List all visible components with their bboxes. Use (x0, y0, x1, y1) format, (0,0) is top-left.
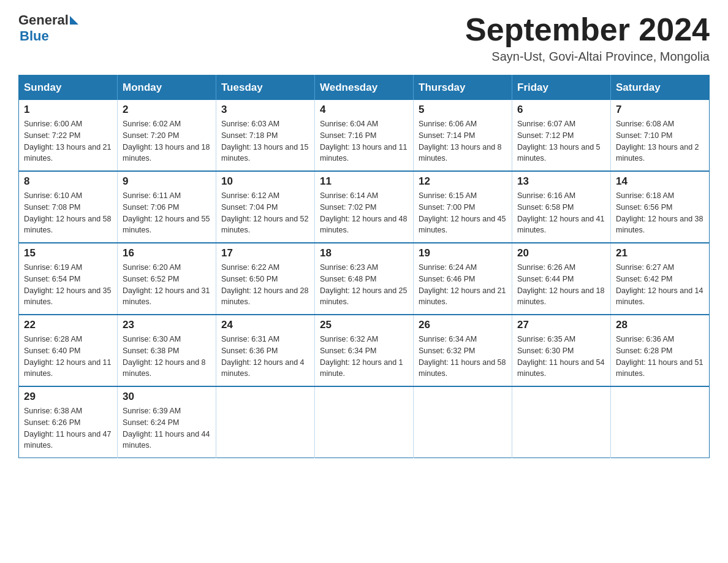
calendar-cell: 25Sunrise: 6:32 AMSunset: 6:34 PMDayligh… (315, 315, 414, 386)
calendar-header-wednesday: Wednesday (315, 75, 414, 101)
day-number: 18 (320, 247, 408, 259)
day-number: 13 (517, 175, 605, 188)
calendar-cell: 7Sunrise: 6:08 AMSunset: 7:10 PMDaylight… (611, 100, 710, 171)
calendar-cell: 21Sunrise: 6:27 AMSunset: 6:42 PMDayligh… (611, 243, 710, 315)
calendar-cell: 30Sunrise: 6:39 AMSunset: 6:24 PMDayligh… (118, 386, 216, 458)
day-number: 12 (419, 175, 507, 188)
calendar-week-row: 1Sunrise: 6:00 AMSunset: 7:22 PMDaylight… (19, 100, 710, 171)
day-info: Sunrise: 6:00 AMSunset: 7:22 PMDaylight:… (24, 118, 112, 164)
calendar-cell: 9Sunrise: 6:11 AMSunset: 7:06 PMDaylight… (118, 171, 216, 243)
month-title: September 2024 (465, 12, 710, 47)
day-number: 21 (616, 247, 704, 259)
day-info: Sunrise: 6:04 AMSunset: 7:16 PMDaylight:… (320, 118, 408, 164)
location-title: Sayn-Ust, Govi-Altai Province, Mongolia (465, 50, 710, 64)
calendar-cell: 11Sunrise: 6:14 AMSunset: 7:02 PMDayligh… (315, 171, 414, 243)
day-info: Sunrise: 6:27 AMSunset: 6:42 PMDaylight:… (616, 262, 704, 308)
calendar-cell: 15Sunrise: 6:19 AMSunset: 6:54 PMDayligh… (19, 243, 118, 315)
calendar-cell: 13Sunrise: 6:16 AMSunset: 6:58 PMDayligh… (512, 171, 611, 243)
day-info: Sunrise: 6:24 AMSunset: 6:46 PMDaylight:… (419, 262, 507, 308)
day-info: Sunrise: 6:26 AMSunset: 6:44 PMDaylight:… (517, 262, 605, 308)
calendar-cell: 18Sunrise: 6:23 AMSunset: 6:48 PMDayligh… (315, 243, 414, 315)
day-number: 6 (517, 104, 605, 116)
calendar-week-row: 22Sunrise: 6:28 AMSunset: 6:40 PMDayligh… (19, 315, 710, 386)
calendar-header-sunday: Sunday (19, 75, 118, 101)
calendar-cell: 1Sunrise: 6:00 AMSunset: 7:22 PMDaylight… (19, 100, 118, 171)
day-number: 26 (419, 319, 507, 331)
calendar-cell: 10Sunrise: 6:12 AMSunset: 7:04 PMDayligh… (216, 171, 315, 243)
day-info: Sunrise: 6:22 AMSunset: 6:50 PMDaylight:… (221, 262, 309, 308)
day-info: Sunrise: 6:03 AMSunset: 7:18 PMDaylight:… (221, 118, 309, 164)
calendar-cell: 26Sunrise: 6:34 AMSunset: 6:32 PMDayligh… (414, 315, 512, 386)
calendar-header-row: SundayMondayTuesdayWednesdayThursdayFrid… (19, 75, 710, 101)
day-number: 29 (24, 391, 112, 403)
day-number: 7 (616, 104, 704, 116)
calendar-cell: 12Sunrise: 6:15 AMSunset: 7:00 PMDayligh… (414, 171, 512, 243)
day-info: Sunrise: 6:39 AMSunset: 6:24 PMDaylight:… (123, 405, 211, 451)
calendar-cell: 2Sunrise: 6:02 AMSunset: 7:20 PMDaylight… (118, 100, 216, 171)
calendar-cell: 29Sunrise: 6:38 AMSunset: 6:26 PMDayligh… (19, 386, 118, 458)
day-number: 23 (123, 319, 211, 331)
calendar-week-row: 8Sunrise: 6:10 AMSunset: 7:08 PMDaylight… (19, 171, 710, 243)
day-number: 2 (123, 104, 211, 116)
calendar-cell: 27Sunrise: 6:35 AMSunset: 6:30 PMDayligh… (512, 315, 611, 386)
calendar-header-monday: Monday (118, 75, 216, 101)
day-number: 15 (24, 247, 112, 259)
calendar-cell: 24Sunrise: 6:31 AMSunset: 6:36 PMDayligh… (216, 315, 315, 386)
calendar-week-row: 15Sunrise: 6:19 AMSunset: 6:54 PMDayligh… (19, 243, 710, 315)
day-number: 17 (221, 247, 309, 259)
day-info: Sunrise: 6:07 AMSunset: 7:12 PMDaylight:… (517, 118, 605, 164)
calendar-header-saturday: Saturday (611, 75, 710, 101)
day-number: 30 (123, 391, 211, 403)
day-number: 20 (517, 247, 605, 259)
day-info: Sunrise: 6:38 AMSunset: 6:26 PMDaylight:… (24, 405, 112, 451)
day-info: Sunrise: 6:36 AMSunset: 6:28 PMDaylight:… (616, 334, 704, 380)
calendar-cell: 6Sunrise: 6:07 AMSunset: 7:12 PMDaylight… (512, 100, 611, 171)
day-info: Sunrise: 6:10 AMSunset: 7:08 PMDaylight:… (24, 190, 112, 236)
calendar-cell (611, 386, 710, 458)
day-info: Sunrise: 6:02 AMSunset: 7:20 PMDaylight:… (123, 118, 211, 164)
day-info: Sunrise: 6:18 AMSunset: 6:56 PMDaylight:… (616, 190, 704, 236)
day-info: Sunrise: 6:19 AMSunset: 6:54 PMDaylight:… (24, 262, 112, 308)
day-number: 1 (24, 104, 112, 116)
calendar-header-tuesday: Tuesday (216, 75, 315, 101)
calendar-header-thursday: Thursday (414, 75, 512, 101)
logo-text-general: General (18, 12, 69, 28)
day-info: Sunrise: 6:30 AMSunset: 6:38 PMDaylight:… (123, 334, 211, 380)
day-number: 25 (320, 319, 408, 331)
day-number: 28 (616, 319, 704, 331)
day-info: Sunrise: 6:16 AMSunset: 6:58 PMDaylight:… (517, 190, 605, 236)
day-info: Sunrise: 6:35 AMSunset: 6:30 PMDaylight:… (517, 334, 605, 380)
calendar-cell: 5Sunrise: 6:06 AMSunset: 7:14 PMDaylight… (414, 100, 512, 171)
day-number: 22 (24, 319, 112, 331)
calendar-week-row: 29Sunrise: 6:38 AMSunset: 6:26 PMDayligh… (19, 386, 710, 458)
day-info: Sunrise: 6:15 AMSunset: 7:00 PMDaylight:… (419, 190, 507, 236)
calendar-cell: 4Sunrise: 6:04 AMSunset: 7:16 PMDaylight… (315, 100, 414, 171)
calendar-cell (414, 386, 512, 458)
day-info: Sunrise: 6:12 AMSunset: 7:04 PMDaylight:… (221, 190, 309, 236)
day-info: Sunrise: 6:28 AMSunset: 6:40 PMDaylight:… (24, 334, 112, 380)
day-number: 3 (221, 104, 309, 116)
logo: General Blue (18, 12, 78, 44)
day-number: 19 (419, 247, 507, 259)
day-number: 16 (123, 247, 211, 259)
day-number: 5 (419, 104, 507, 116)
calendar-cell: 17Sunrise: 6:22 AMSunset: 6:50 PMDayligh… (216, 243, 315, 315)
day-info: Sunrise: 6:06 AMSunset: 7:14 PMDaylight:… (419, 118, 507, 164)
calendar-cell: 23Sunrise: 6:30 AMSunset: 6:38 PMDayligh… (118, 315, 216, 386)
calendar-cell: 19Sunrise: 6:24 AMSunset: 6:46 PMDayligh… (414, 243, 512, 315)
calendar-cell (315, 386, 414, 458)
day-number: 8 (24, 175, 112, 188)
day-info: Sunrise: 6:31 AMSunset: 6:36 PMDaylight:… (221, 334, 309, 380)
calendar-cell: 20Sunrise: 6:26 AMSunset: 6:44 PMDayligh… (512, 243, 611, 315)
calendar-cell: 3Sunrise: 6:03 AMSunset: 7:18 PMDaylight… (216, 100, 315, 171)
day-info: Sunrise: 6:32 AMSunset: 6:34 PMDaylight:… (320, 334, 408, 380)
page-header: General Blue September 2024 Sayn-Ust, Go… (18, 12, 710, 64)
day-number: 10 (221, 175, 309, 188)
day-number: 24 (221, 319, 309, 331)
day-number: 9 (123, 175, 211, 188)
calendar-cell: 14Sunrise: 6:18 AMSunset: 6:56 PMDayligh… (611, 171, 710, 243)
day-info: Sunrise: 6:23 AMSunset: 6:48 PMDaylight:… (320, 262, 408, 308)
day-info: Sunrise: 6:08 AMSunset: 7:10 PMDaylight:… (616, 118, 704, 164)
day-number: 14 (616, 175, 704, 188)
day-number: 4 (320, 104, 408, 116)
